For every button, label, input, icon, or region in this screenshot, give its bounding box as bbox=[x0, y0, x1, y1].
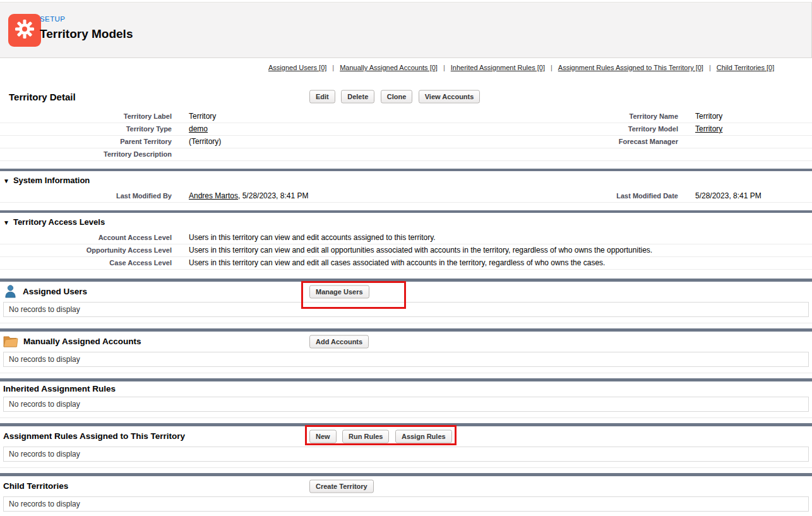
field-value: Users in this territory can view and edi… bbox=[176, 232, 812, 244]
field-label: Forecast Manager bbox=[549, 136, 682, 148]
nav-link-child-territories[interactable]: Child Territories [0] bbox=[717, 64, 775, 71]
field-label: Last Modified By bbox=[0, 190, 176, 203]
related-list-child-territories: Child Territories Create Territory No re… bbox=[0, 473, 812, 516]
manage-users-button[interactable]: Manage Users bbox=[309, 285, 369, 298]
nav-link-assignment-rules-territory[interactable]: Assignment Rules Assigned to This Territ… bbox=[558, 64, 703, 71]
related-list-manually-assigned-accounts: Manually Assigned Accounts Add Accounts … bbox=[0, 328, 812, 373]
field-label: Territory Type bbox=[0, 123, 176, 136]
setup-gear-tile bbox=[8, 14, 41, 47]
new-button[interactable]: New bbox=[309, 429, 337, 443]
system-information-title: System Information bbox=[13, 176, 90, 185]
nav-separator: | bbox=[551, 64, 552, 71]
empty-list-message: No records to display bbox=[3, 352, 809, 367]
edit-button[interactable]: Edit bbox=[309, 90, 335, 104]
last-modified-date-value: 5/28/2023, 8:41 PM bbox=[682, 190, 812, 203]
user-icon bbox=[3, 284, 18, 299]
nav-link-assigned-users[interactable]: Assigned Users [0] bbox=[268, 64, 326, 71]
delete-button[interactable]: Delete bbox=[341, 90, 374, 104]
gear-icon bbox=[14, 18, 35, 42]
setup-eyebrow: SETUP bbox=[40, 15, 133, 23]
related-list-assigned-users: Assigned Users Manage Users No records t… bbox=[0, 279, 812, 323]
field-label: Territory Model bbox=[549, 123, 682, 136]
system-information-header: ▼System Information bbox=[0, 171, 812, 189]
empty-list-message: No records to display bbox=[3, 397, 809, 412]
last-modified-by-user-link[interactable]: Andres Martos bbox=[189, 191, 238, 200]
system-information-grid: Last Modified By Andres Martos, 5/28/202… bbox=[0, 190, 812, 203]
field-label: Case Access Level bbox=[0, 257, 176, 270]
territory-detail-header: Territory Detail Edit Delete Clone View … bbox=[0, 88, 812, 105]
field-value: Territory bbox=[682, 111, 812, 123]
territory-detail-grid: Territory Label Territory Territory Name… bbox=[0, 111, 812, 161]
detail-button-row: Edit Delete Clone View Accounts bbox=[309, 90, 480, 104]
related-list-title: Inherited Assignment Rules bbox=[3, 384, 116, 393]
related-list-assignment-rules: Assignment Rules Assigned to This Territ… bbox=[0, 423, 812, 468]
field-label: Territory Label bbox=[0, 111, 176, 123]
related-list-title: Manually Assigned Accounts bbox=[23, 337, 141, 346]
territory-access-levels-header: ▼Territory Access Levels bbox=[0, 213, 812, 231]
empty-list-message: No records to display bbox=[3, 302, 809, 317]
related-list-hover-links: Assigned Users [0]|Manually Assigned Acc… bbox=[0, 58, 812, 75]
field-value bbox=[176, 148, 549, 161]
assign-rules-button[interactable]: Assign Rules bbox=[395, 429, 452, 443]
territory-type-link[interactable]: demo bbox=[189, 124, 208, 133]
field-label: Opportunity Access Level bbox=[0, 244, 176, 257]
nav-link-inherited-assignment-rules[interactable]: Inherited Assignment Rules [0] bbox=[451, 64, 545, 71]
field-value: Users in this territory can view and edi… bbox=[176, 244, 812, 257]
field-value: Territory bbox=[176, 111, 549, 123]
field-value bbox=[682, 136, 812, 148]
nav-separator: | bbox=[443, 64, 445, 71]
collapse-arrow-icon[interactable]: ▼ bbox=[3, 177, 9, 184]
nav-link-manually-assigned-accounts[interactable]: Manually Assigned Accounts [0] bbox=[340, 64, 438, 71]
territory-access-levels-title: Territory Access Levels bbox=[13, 217, 105, 227]
field-label: Territory Description bbox=[0, 148, 176, 161]
related-list-inherited-assignment-rules: Inherited Assignment Rules No records to… bbox=[0, 378, 812, 418]
setup-header: SETUP Territory Models bbox=[0, 2, 812, 58]
page-title: Territory Models bbox=[40, 27, 133, 41]
create-territory-button[interactable]: Create Territory bbox=[309, 479, 374, 493]
related-list-title: Child Territories bbox=[3, 481, 68, 491]
access-levels-grid: Account Access Level Users in this terri… bbox=[0, 232, 812, 270]
field-value: Users in this territory can view and edi… bbox=[176, 257, 812, 270]
related-list-title: Assigned Users bbox=[23, 287, 87, 296]
last-modified-by-datetime: , 5/28/2023, 8:41 PM bbox=[238, 191, 308, 200]
view-accounts-button[interactable]: View Accounts bbox=[419, 90, 481, 104]
field-label: Parent Territory bbox=[0, 136, 176, 148]
nav-separator: | bbox=[332, 64, 334, 71]
clone-button[interactable]: Clone bbox=[381, 90, 413, 104]
nav-separator: | bbox=[709, 64, 711, 71]
field-label: Last Modified Date bbox=[549, 190, 682, 203]
add-accounts-button[interactable]: Add Accounts bbox=[309, 335, 369, 348]
collapse-arrow-icon[interactable]: ▼ bbox=[3, 219, 9, 226]
field-label: Territory Name bbox=[549, 111, 682, 123]
empty-list-message: No records to display bbox=[3, 496, 809, 512]
related-list-title: Assignment Rules Assigned to This Territ… bbox=[3, 431, 185, 441]
folder-icon bbox=[3, 335, 18, 348]
empty-list-message: No records to display bbox=[3, 447, 809, 462]
run-rules-button[interactable]: Run Rules bbox=[342, 429, 389, 443]
field-label: Account Access Level bbox=[0, 232, 176, 244]
field-value: (Territory) bbox=[176, 136, 549, 148]
territory-model-link[interactable]: Territory bbox=[695, 124, 722, 133]
territory-detail-title: Territory Detail bbox=[9, 92, 76, 102]
